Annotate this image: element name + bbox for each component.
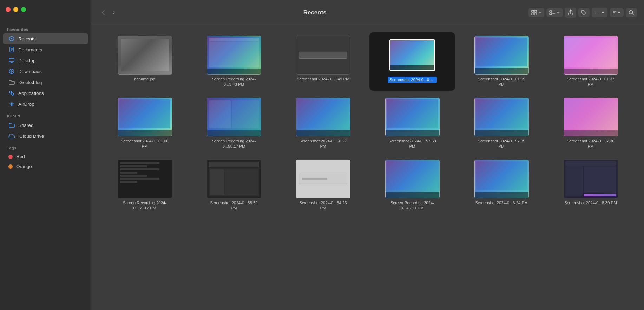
file-item[interactable]: Screenshot 2024-0...01.00 PM — [102, 94, 188, 153]
more-button[interactable]: ··· — [592, 8, 607, 17]
selected-filename-line1: Screenshot 2024-0...03.02 PM — [388, 77, 437, 83]
dark-row — [120, 168, 160, 170]
sidebar-item-documents[interactable]: Documents — [3, 44, 88, 55]
file-thumbnail — [385, 160, 440, 198]
thumb-screenshot — [474, 36, 529, 75]
file-item[interactable]: Screen Recording 2024-0...55.17 PM — [102, 156, 188, 214]
share-button[interactable] — [565, 8, 576, 18]
file-item[interactable]: Screenshot 2024-0...57.30 PM — [548, 94, 633, 153]
file-thumbnail — [207, 98, 261, 136]
file-thumbnail — [564, 36, 618, 75]
sidebar-item-label-igeeksblog: iGeeksblog — [18, 80, 42, 85]
orange-tag-dot — [8, 164, 13, 169]
dark-row — [120, 175, 147, 177]
file-item[interactable]: Screenshot 2024-0...55.59 PM — [191, 156, 277, 214]
file-name: Screenshot 2024-0...03.02 PM — [388, 77, 437, 83]
search-button[interactable] — [626, 8, 637, 17]
file-item[interactable]: Screenshot 2024-0...8.39 PM — [548, 156, 633, 214]
file-name: Screenshot 2024-0...8.39 PM — [564, 200, 617, 206]
sidebar-item-tag-red[interactable]: Red — [3, 152, 88, 161]
sidebar-item-downloads[interactable]: Downloads — [3, 66, 88, 77]
file-name: Screenshot 2024-0...54.23 PM — [297, 200, 349, 211]
svg-rect-22 — [552, 13, 555, 14]
sidebar-item-label-documents: Documents — [18, 47, 42, 52]
sort-button[interactable] — [610, 8, 624, 17]
file-thumbnail — [207, 36, 261, 75]
toolbar: Recents — [91, 0, 644, 25]
file-item[interactable]: Screenshot 2024-0...01.37 PM — [548, 32, 633, 91]
file-name: Screenshot 2024-0...57.58 PM — [386, 138, 439, 149]
file-item[interactable]: Screenshot 2024-0...3.49 PM — [280, 32, 366, 91]
file-item[interactable]: Screenshot 2024-0...01.09 PM — [459, 32, 544, 91]
desktop-icon — [8, 57, 15, 64]
view-list-button[interactable] — [546, 8, 563, 17]
file-thumbnail — [118, 36, 172, 75]
thumb-recording — [207, 36, 261, 75]
file-name: Screen Recording 2024-0...46.11 PM — [386, 200, 439, 211]
file-name: Screen Recording 2024-0...3.43 PM — [208, 77, 260, 87]
dark-row — [120, 162, 160, 164]
sidebar-item-desktop[interactable]: Desktop — [3, 55, 88, 66]
sidebar-item-label-desktop: Desktop — [18, 58, 36, 63]
window-controls — [6, 7, 26, 12]
sidebar-item-recents[interactable]: Recents — [3, 33, 88, 44]
sidebar-item-shared[interactable]: Shared — [3, 120, 88, 130]
thumb-wide — [296, 36, 350, 75]
svg-rect-20 — [552, 11, 555, 11]
file-name: Screenshot 2024-0...6.24 PM — [475, 200, 528, 206]
thumb-noname — [118, 36, 172, 75]
minimize-button[interactable] — [13, 7, 18, 12]
file-item[interactable]: Screen Recording 2024-0...46.11 PM — [369, 156, 455, 214]
file-item[interactable]: noname.jpg — [102, 32, 188, 91]
sidebar-item-tag-orange[interactable]: Orange — [3, 162, 88, 171]
airdrop-icon — [8, 101, 15, 107]
icloud-drive-icon — [8, 133, 15, 139]
tag-button[interactable] — [578, 8, 590, 17]
file-name: Screenshot 2024-0...55.59 PM — [208, 200, 260, 211]
close-button[interactable] — [6, 7, 11, 12]
thumb-dark-ui — [118, 160, 172, 198]
file-thumbnail-selected — [385, 36, 440, 75]
file-item[interactable]: Screenshot 2024-0...57.58 PM — [369, 94, 455, 153]
file-item[interactable]: Screenshot 2024-0...6.24 PM — [459, 156, 544, 214]
file-name: Screenshot 2024-0...01.37 PM — [564, 77, 617, 87]
svg-point-23 — [583, 11, 583, 12]
ellipsis-icon: ··· — [594, 9, 600, 15]
thumb-screenshot6 — [385, 160, 440, 198]
svg-point-14 — [11, 104, 12, 106]
file-item[interactable]: Screenshot 2024-0...58.27 PM — [280, 94, 366, 153]
file-name: Screenshot 2024-0...01.00 PM — [118, 138, 171, 149]
file-thumbnail — [564, 98, 618, 136]
file-thumbnail — [564, 160, 618, 198]
file-item[interactable]: Screenshot 2024-0...57.35 PM — [459, 94, 544, 153]
toolbar-title: Recents — [104, 9, 526, 16]
icloud-section-label: iCloud — [0, 110, 91, 120]
thumb-screenshot7 — [474, 160, 529, 198]
file-thumbnail — [474, 36, 529, 75]
dark-row — [120, 181, 137, 183]
file-item[interactable]: Screen Recording 2024-0...58.17 PM — [191, 94, 277, 153]
sidebar-item-airdrop[interactable]: AirDrop — [3, 99, 88, 109]
maximize-button[interactable] — [21, 7, 26, 12]
file-name: noname.jpg — [134, 77, 155, 82]
sidebar-item-label-applications: Applications — [18, 91, 44, 96]
sidebar-item-icloud-drive[interactable]: iCloud Drive — [3, 131, 88, 141]
tags-section-label: Tags — [0, 142, 91, 151]
file-thumbnail — [296, 98, 350, 136]
file-name: Screen Recording 2024-0...58.17 PM — [208, 138, 260, 149]
file-item[interactable]: Screenshot 2024-0...54.23 PM — [280, 156, 366, 214]
sidebar-item-igeeksblog[interactable]: iGeeksblog — [3, 77, 88, 88]
thumb-screenshot4 — [385, 98, 440, 136]
sidebar-item-applications[interactable]: Applications — [3, 88, 88, 98]
file-thumbnail — [118, 98, 172, 136]
sidebar-item-label-shared: Shared — [18, 123, 34, 128]
file-grid: noname.jpg Screen Recording 2024-0...3.4… — [91, 25, 644, 310]
svg-point-11 — [9, 91, 12, 93]
thumb-selected-inner — [389, 39, 435, 71]
view-grid-button[interactable] — [528, 8, 544, 17]
sidebar-item-label-recents: Recents — [18, 36, 36, 41]
file-item-selected[interactable]: Screenshot 2024-0...03.02 PM — [369, 32, 455, 91]
sidebar-item-label-orange: Orange — [16, 164, 32, 169]
file-item[interactable]: Screen Recording 2024-0...3.43 PM — [191, 32, 277, 91]
svg-point-12 — [12, 93, 14, 95]
